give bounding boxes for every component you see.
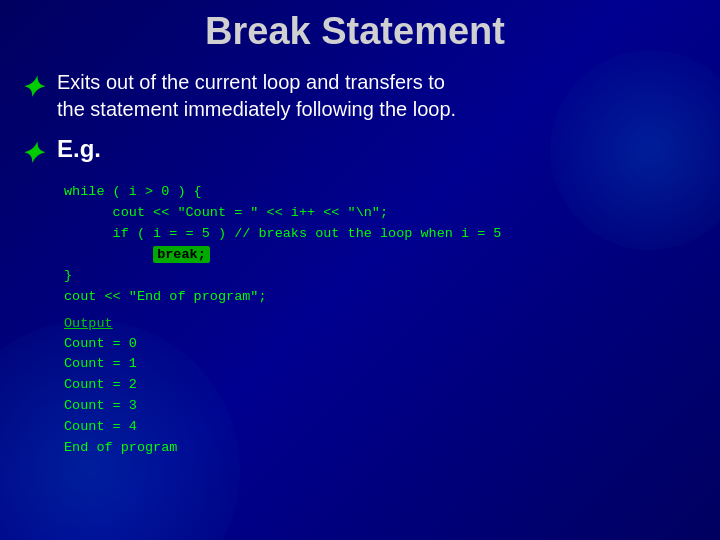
- output-lines: Count = 0 Count = 1 Count = 2 Count = 3 …: [64, 334, 690, 460]
- main-content: Break Statement ✦ Exits out of the curre…: [0, 0, 720, 469]
- eg-label: E.g.: [57, 135, 101, 163]
- code-line-6: cout << "End of program";: [64, 287, 690, 308]
- break-keyword: break;: [153, 246, 210, 263]
- code-line-4: break;: [64, 245, 690, 266]
- code-line-5: }: [64, 266, 690, 287]
- output-line-5: Count = 4: [64, 417, 690, 438]
- output-line-6: End of program: [64, 438, 690, 459]
- output-line-2: Count = 1: [64, 354, 690, 375]
- output-line-1: Count = 0: [64, 334, 690, 355]
- output-line-3: Count = 2: [64, 375, 690, 396]
- code-line-3: if ( i = = 5 ) // breaks out the loop wh…: [64, 224, 690, 245]
- code-line-1: while ( i > 0 ) {: [64, 182, 690, 203]
- bullet-icon-2: ✦: [20, 137, 43, 170]
- output-label: Output: [64, 316, 690, 331]
- output-section: Output Count = 0 Count = 1 Count = 2 Cou…: [64, 316, 690, 460]
- bullet-text-1: Exits out of the current loop and transf…: [57, 69, 456, 123]
- page-title: Break Statement: [20, 10, 690, 53]
- bullet-section-1: ✦ Exits out of the current loop and tran…: [20, 69, 690, 123]
- code-line-2: cout << "Count = " << i++ << "\n";: [64, 203, 690, 224]
- bullet-icon-1: ✦: [20, 71, 43, 104]
- bullet-section-2: ✦ E.g.: [20, 135, 690, 170]
- output-line-4: Count = 3: [64, 396, 690, 417]
- code-block: while ( i > 0 ) { cout << "Count = " << …: [64, 182, 690, 308]
